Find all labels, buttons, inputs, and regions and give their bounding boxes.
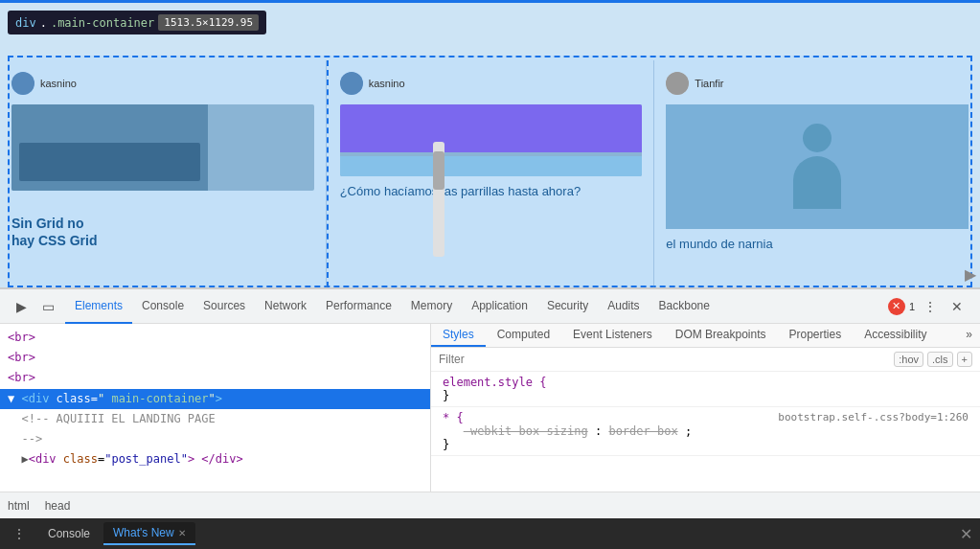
tab-backbone[interactable]: Backbone [650,289,719,324]
elem-br-1: <br> [0,328,430,348]
breadcrumb-html[interactable]: html [8,499,30,513]
card-3-user: Tianfir [666,72,969,95]
card-2-username: kasnino [369,78,405,89]
css-colon: : [595,424,608,438]
inspect-icon[interactable]: ▶ [10,295,33,318]
more-options-icon[interactable]: ⋮ [919,295,942,318]
bottom-tab-console[interactable]: Console [38,523,100,544]
style-tab-styles[interactable]: Styles [431,324,486,347]
css-value-border-box: border-box [608,424,677,438]
bottom-close-all[interactable]: ✕ [960,525,972,543]
webpage-preview: div..main-container 1513.5×1129.95 kasni… [0,3,980,288]
avatar-img-3 [666,72,689,95]
card-3-avatar [666,72,689,95]
card-2-title: ¿Cómo hacíamos las parrillas hasta ahora… [340,184,643,200]
card-3-username: Tianfir [695,78,723,89]
css-rule-universal: bootstrap.self-.css?body=1:260 * { -webk… [431,407,980,456]
card-2-thumb [340,104,643,176]
card-2-thumb-photo [340,156,643,176]
card-2-thumb-purple [340,104,643,152]
card-1-thumb-inner [11,104,208,191]
devtools-left-icons: ▶ ▭ [4,295,65,318]
bottom-whatsnew-close[interactable]: ✕ [178,528,186,538]
css-rule-element-style: element.style { } [431,372,980,407]
elem-comment-2: --> [0,429,430,449]
css-semicolon: ; [685,424,692,438]
style-tab-accessibility[interactable]: Accessibility [853,324,938,347]
devtools-breadcrumb-bar: html head [0,492,980,518]
devtools-panel: ▶ ▭ Elements Console Sources Network Per… [0,288,980,518]
card-1-username: kasnino [40,78,77,89]
tab-network[interactable]: Network [255,289,316,324]
main-area: div..main-container 1513.5×1129.95 kasni… [0,3,980,549]
elem-main-container[interactable]: ▼ <div class=" main-container"> [0,389,430,409]
error-badge: ✕ [888,298,905,315]
filter-hov-btn[interactable]: :hov [894,352,923,367]
bottom-menu-icon[interactable]: ⋮ [8,522,31,545]
style-tab-event-listeners[interactable]: Event Listeners [561,324,664,347]
bottom-console-label: Console [48,527,90,540]
style-tab-computed[interactable]: Computed [486,324,561,347]
element-tooltip: div..main-container 1513.5×1129.95 [8,11,266,34]
tab-memory[interactable]: Memory [401,289,462,324]
filter-add-btn[interactable]: + [957,352,972,367]
elements-panel[interactable]: <br> <br> <br> ▼ <div class=" main-conta… [0,324,431,492]
css-selector-element: element.style { [443,376,546,389]
avatar-img-1 [11,72,34,95]
styles-tabs: Styles Computed Event Listeners DOM Brea… [431,324,980,348]
css-file-ref[interactable]: bootstrap.self-.css?body=1:260 [778,411,969,423]
tab-sources[interactable]: Sources [194,289,255,324]
tooltip-tag: div [15,16,36,30]
device-icon[interactable]: ▭ [36,295,59,318]
tab-performance[interactable]: Performance [316,289,401,324]
card-1: kasnino Sin Grid nohay CSS Grid [0,60,327,287]
elem-post-panel[interactable]: ▶<div class="post_panel"> </div> [0,449,430,469]
devtools-body: <br> <br> <br> ▼ <div class=" main-conta… [0,324,980,492]
close-devtools-icon[interactable]: ✕ [946,295,969,318]
devtools-tabs-bar: ▶ ▭ Elements Console Sources Network Per… [0,289,980,324]
card-1-user: kasnino [11,72,314,95]
styles-panel: Styles Computed Event Listeners DOM Brea… [431,324,980,492]
card-1-thumb [11,104,314,191]
style-tab-dom-breakpoints[interactable]: DOM Breakpoints [664,324,778,347]
devtools-right-controls: ✕ 1 ⋮ ✕ [888,295,976,318]
card-3-title: el mundo de narnia [666,237,969,253]
avatar-img-2 [340,72,363,95]
css-rule-closing-1: } [443,389,449,402]
css-rule-closing-2: } [443,438,449,451]
card-2: kasnino ¿Cómo hacíamos las parrillas has… [327,60,655,287]
tab-console[interactable]: Console [132,289,194,324]
elem-br-3: <br> [0,368,430,388]
filter-bar: :hov .cls + [431,348,980,372]
silhouette-body [793,156,841,209]
bottom-tabs-bar: ⋮ Console What's New ✕ ✕ [0,518,980,549]
card-2-avatar [340,72,363,95]
tooltip-class: .main-container [51,16,154,30]
css-selector-universal: * { [443,411,464,424]
silhouette [788,124,846,210]
css-prop-webkit: -webkit-box-sizing [464,424,588,438]
cards-container: kasnino Sin Grid nohay CSS Grid kasnino [0,60,980,287]
card-2-user: kasnino [340,72,643,95]
scroll-right-arrow[interactable]: ▶ [965,265,976,284]
style-tab-properties[interactable]: Properties [777,324,853,347]
filter-right: :hov .cls + [894,352,972,367]
bottom-left-icons: ⋮ [8,522,31,545]
tab-audits[interactable]: Audits [598,289,649,324]
breadcrumb-head[interactable]: head [45,499,71,513]
card-3-silhouette [666,104,969,229]
card-1-avatar [11,72,34,95]
filter-input[interactable] [439,353,890,366]
error-count: 1 [909,301,915,312]
card-3: Tianfir el mundo de narnia [654,60,980,287]
bottom-tab-whatsnew[interactable]: What's New ✕ [103,522,195,545]
tab-elements[interactable]: Elements [65,289,132,324]
tooltip-size: 1513.5×1129.95 [158,14,259,31]
styles-more-icon[interactable]: » [958,324,980,347]
tab-security[interactable]: Security [537,289,598,324]
filter-cls-btn[interactable]: .cls [927,352,953,367]
tab-application[interactable]: Application [462,289,537,324]
card-1-text: Sin Grid nohay CSS Grid [11,215,97,249]
elem-br-2: <br> [0,348,430,368]
error-icon: ✕ [892,300,900,312]
